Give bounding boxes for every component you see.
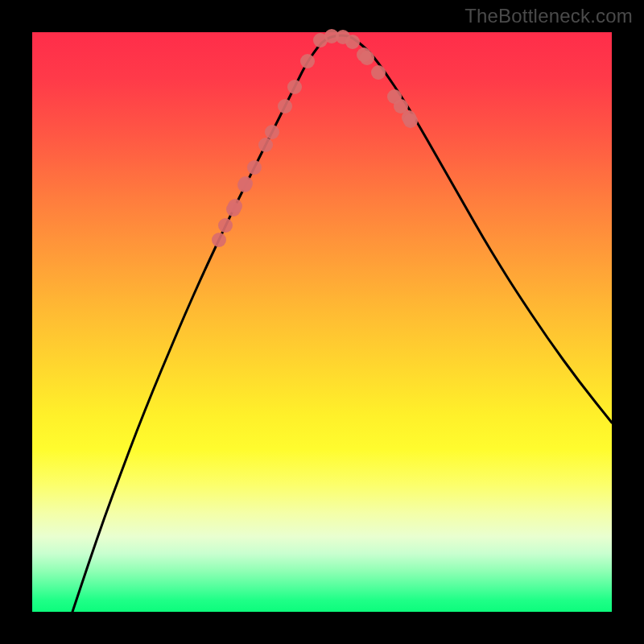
curve-dot <box>278 99 292 114</box>
curve-dot <box>247 160 262 175</box>
watermark-text: TheBottleneck.com <box>464 5 633 27</box>
curve-dot <box>228 199 242 213</box>
curve-dot <box>345 35 360 49</box>
curve-dot <box>258 138 273 152</box>
curve-dot <box>212 233 226 247</box>
curve-dot <box>265 125 279 139</box>
chart-frame: TheBottleneck.com <box>0 0 644 644</box>
curve-dot <box>371 65 386 80</box>
curve-dot <box>300 54 315 68</box>
curve-dot <box>238 176 253 191</box>
chart-svg <box>32 32 612 612</box>
bottleneck-curve <box>72 35 612 612</box>
curve-dot <box>360 51 374 65</box>
curve-dot <box>287 80 302 94</box>
highlighted-dots <box>212 29 418 247</box>
curve-dot <box>218 218 233 233</box>
curve-dot <box>403 114 418 128</box>
plot-area <box>32 32 612 612</box>
